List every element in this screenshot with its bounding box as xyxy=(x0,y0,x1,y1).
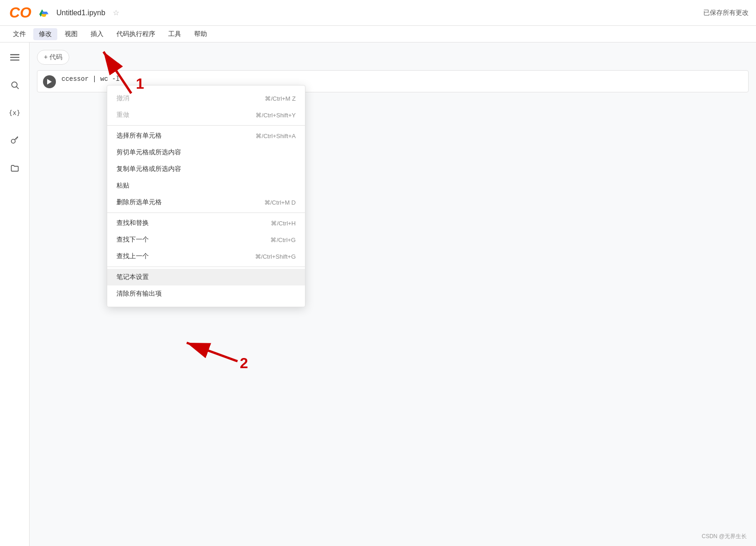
menu-insert[interactable]: 插入 xyxy=(85,28,109,40)
annotation-arrow-2: 2 xyxy=(159,334,251,380)
paste-label: 粘贴 xyxy=(116,182,129,190)
find-next-item[interactable]: 查找下一个 ⌘/Ctrl+G xyxy=(107,231,305,248)
svg-text:1: 1 xyxy=(136,75,144,92)
cell-ops-section: 选择所有单元格 ⌘/Ctrl+Shift+A 剪切单元格或所选内容 复制单元格或… xyxy=(107,126,305,213)
run-button[interactable] xyxy=(43,75,56,88)
key-icon[interactable] xyxy=(6,131,24,150)
cut-label: 剪切单元格或所选内容 xyxy=(116,148,181,157)
edit-dropdown-menu: 撤消 ⌘/Ctrl+M Z 重做 ⌘/Ctrl+Shift+Y 选择所有单元格 … xyxy=(107,85,305,307)
find-next-shortcut: ⌘/Ctrl+G xyxy=(270,237,296,243)
saved-status: 已保存所有更改 xyxy=(703,9,749,17)
notebook-settings-item[interactable]: 笔记本设置 xyxy=(107,269,305,285)
paste-item[interactable]: 粘贴 xyxy=(107,177,305,194)
delete-cells-label: 删除所选单元格 xyxy=(116,198,162,206)
find-next-label: 查找下一个 xyxy=(116,236,149,244)
find-prev-label: 查找上一个 xyxy=(116,252,149,261)
top-bar: CO Untitled1.ipynb ☆ 已保存所有更改 xyxy=(0,0,756,26)
select-all-cells-shortcut: ⌘/Ctrl+Shift+A xyxy=(256,133,296,140)
content-area: + 代码 ccessor | wc -l 撤消 ⌘/Ctrl+M Z xyxy=(30,42,756,546)
variable-icon[interactable]: {x} xyxy=(6,103,24,122)
add-code-label: + 代码 xyxy=(44,53,62,61)
app-logo: CO xyxy=(7,0,33,26)
notebook-section: 笔记本设置 清除所有输出项 xyxy=(107,267,305,304)
menu-file[interactable]: 文件 xyxy=(7,28,31,40)
svg-line-11 xyxy=(187,343,238,361)
svg-rect-2 xyxy=(10,60,19,61)
menu-tools[interactable]: 工具 xyxy=(163,28,187,40)
drive-icon xyxy=(39,8,49,18)
add-code-button[interactable]: + 代码 xyxy=(37,50,69,65)
code-content: ccessor | wc -l xyxy=(61,74,743,84)
svg-rect-1 xyxy=(10,57,19,58)
search-icon[interactable] xyxy=(6,76,24,94)
notebook-title: Untitled1.ipynb xyxy=(56,9,105,17)
clear-outputs-item[interactable]: 清除所有输出项 xyxy=(107,285,305,302)
delete-cells-shortcut: ⌘/Ctrl+M D xyxy=(264,199,296,206)
svg-point-5 xyxy=(11,140,15,143)
svg-marker-6 xyxy=(47,79,52,85)
svg-rect-0 xyxy=(10,54,19,55)
copy-item[interactable]: 复制单元格或所选内容 xyxy=(107,161,305,177)
clear-outputs-label: 清除所有输出项 xyxy=(116,290,162,298)
find-prev-shortcut: ⌘/Ctrl+Shift+G xyxy=(255,253,296,260)
menu-runtime[interactable]: 代码执行程序 xyxy=(111,28,161,40)
select-all-cells-label: 选择所有单元格 xyxy=(116,132,162,140)
find-replace-label: 查找和替换 xyxy=(116,219,149,227)
star-icon[interactable]: ☆ xyxy=(113,8,119,17)
redo-label: 重做 xyxy=(116,111,129,119)
svg-line-8 xyxy=(104,52,131,93)
find-replace-item[interactable]: 查找和替换 ⌘/Ctrl+H xyxy=(107,215,305,231)
find-replace-shortcut: ⌘/Ctrl+H xyxy=(271,220,296,227)
watermark: CSDN @无界生长 xyxy=(701,533,747,540)
folder-icon[interactable] xyxy=(6,159,24,177)
menu-bar: 文件 修改 视图 插入 代码执行程序 工具 帮助 xyxy=(0,26,756,42)
notebook-settings-label: 笔记本设置 xyxy=(116,273,149,281)
svg-line-4 xyxy=(16,87,18,89)
annotation-arrow-1: 1 xyxy=(76,42,150,98)
svg-text:2: 2 xyxy=(240,355,248,371)
find-section: 查找和替换 ⌘/Ctrl+H 查找下一个 ⌘/Ctrl+G 查找上一个 ⌘/Ct… xyxy=(107,213,305,267)
svg-point-3 xyxy=(12,82,17,87)
menu-help[interactable]: 帮助 xyxy=(189,28,213,40)
select-all-cells-item[interactable]: 选择所有单元格 ⌘/Ctrl+Shift+A xyxy=(107,127,305,144)
menu-view[interactable]: 视图 xyxy=(59,28,83,40)
sidebar: {x} xyxy=(0,42,30,546)
redo-shortcut: ⌘/Ctrl+Shift+Y xyxy=(256,112,296,119)
redo-item[interactable]: 重做 ⌘/Ctrl+Shift+Y xyxy=(107,107,305,123)
copy-label: 复制单元格或所选内容 xyxy=(116,165,181,173)
menu-edit[interactable]: 修改 xyxy=(33,28,57,40)
undo-shortcut: ⌘/Ctrl+M Z xyxy=(265,95,296,102)
main-layout: {x} + 代码 xyxy=(0,42,756,546)
find-prev-item[interactable]: 查找上一个 ⌘/Ctrl+Shift+G xyxy=(107,248,305,265)
cut-item[interactable]: 剪切单元格或所选内容 xyxy=(107,144,305,161)
menu-icon[interactable] xyxy=(6,48,24,67)
delete-cells-item[interactable]: 删除所选单元格 ⌘/Ctrl+M D xyxy=(107,194,305,211)
